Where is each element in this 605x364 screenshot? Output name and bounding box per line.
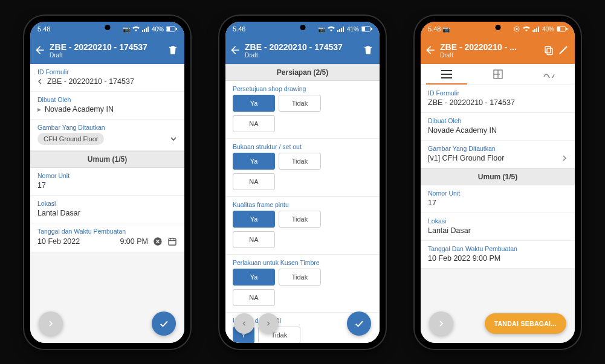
dibuat-value: Novade Academy IN bbox=[428, 126, 568, 135]
svg-rect-5 bbox=[167, 27, 170, 31]
tab-signature[interactable] bbox=[523, 64, 575, 85]
section-persiapan: Persiapan (2/5) bbox=[225, 64, 380, 81]
svg-rect-14 bbox=[362, 27, 365, 31]
mark-as-button[interactable]: TANDAI SEBAGAI... bbox=[485, 313, 567, 334]
chevron-right-icon[interactable] bbox=[561, 155, 568, 161]
svg-rect-2 bbox=[146, 28, 147, 32]
q2-na[interactable]: NA bbox=[233, 173, 275, 190]
status-time: 5.48 📷 bbox=[428, 25, 450, 33]
battery-pct: 41% bbox=[347, 26, 359, 33]
svg-rect-1 bbox=[144, 29, 145, 32]
status-time: 5.48 bbox=[37, 25, 50, 33]
q2-tidak[interactable]: Tidak bbox=[279, 153, 321, 170]
content-area: Persiapan (2/5) Persetujuan shop drawing… bbox=[225, 64, 380, 343]
confirm-fab[interactable] bbox=[152, 311, 176, 336]
q4-tidak[interactable]: Tidak bbox=[279, 269, 321, 286]
battery-pct: 40% bbox=[542, 26, 554, 33]
delete-icon[interactable] bbox=[363, 45, 374, 56]
confirm-fab[interactable] bbox=[347, 311, 371, 336]
q4-label: Perlakuan untuk Kusen Timbre bbox=[225, 255, 380, 269]
settings-status-icon bbox=[513, 26, 520, 32]
delete-icon[interactable] bbox=[167, 45, 178, 56]
q3-na[interactable]: NA bbox=[233, 231, 275, 248]
tanggal-value: 10 Feb 2022 9:00 PM bbox=[428, 254, 568, 263]
camera-status-icon: 📷 bbox=[123, 26, 130, 33]
svg-point-17 bbox=[516, 28, 517, 30]
id-formulir-value: ZBE - 20220210 - 174537 bbox=[428, 98, 568, 107]
svg-rect-21 bbox=[538, 27, 539, 32]
q1-label: Persetujuan shop drawing bbox=[225, 81, 380, 95]
chevron-down-icon[interactable] bbox=[170, 135, 177, 142]
svg-rect-9 bbox=[337, 30, 338, 32]
gambar-label: Gambar Yang Ditautkan bbox=[428, 145, 568, 152]
id-formulir-value: ZBE - 20220210 - 174537 bbox=[47, 77, 134, 86]
svg-rect-24 bbox=[566, 28, 568, 30]
svg-rect-19 bbox=[534, 29, 535, 32]
page-subtitle: Draft bbox=[245, 52, 359, 59]
status-right: 40% bbox=[513, 26, 568, 33]
svg-rect-25 bbox=[545, 46, 551, 53]
svg-rect-0 bbox=[142, 30, 143, 32]
tab-list[interactable] bbox=[421, 64, 472, 85]
page-title: ZBE - 20220210 - ... bbox=[440, 42, 540, 52]
app-bar: ZBE - 20220210 - 174537 Draft bbox=[225, 36, 380, 64]
battery-icon bbox=[166, 26, 177, 32]
q3-ya[interactable]: Ya bbox=[233, 211, 275, 228]
lokasi-label: Lokasi bbox=[37, 200, 177, 207]
battery-icon bbox=[361, 26, 372, 32]
q4-na[interactable]: NA bbox=[233, 289, 275, 306]
calendar-icon[interactable] bbox=[167, 237, 177, 246]
nomor-unit-value[interactable]: 17 bbox=[37, 181, 177, 190]
tanggal-label: Tanggal Dan Waktu Pembuatan bbox=[428, 245, 568, 252]
prev-fab[interactable] bbox=[429, 311, 453, 336]
prev-fab[interactable] bbox=[39, 311, 63, 336]
dibuat-label: Dibuat Oleh bbox=[37, 96, 177, 103]
tanggal-label: Tanggal dan Waktu Pembuatan bbox=[37, 228, 177, 235]
battery-pct: 40% bbox=[152, 26, 164, 33]
back-icon[interactable] bbox=[34, 44, 46, 56]
wifi-icon bbox=[523, 26, 530, 32]
next-section-fab[interactable] bbox=[258, 313, 279, 334]
prev-section-fab[interactable] bbox=[234, 313, 254, 334]
gambar-chip[interactable]: CFH Ground Floor bbox=[37, 133, 104, 145]
q4-ya[interactable]: Ya bbox=[233, 269, 275, 286]
q3-tidak[interactable]: Tidak bbox=[279, 211, 321, 228]
lokasi-label: Lokasi bbox=[428, 217, 568, 225]
svg-rect-23 bbox=[557, 27, 560, 31]
svg-rect-15 bbox=[371, 28, 372, 30]
signal-icon bbox=[532, 26, 540, 32]
tabs bbox=[421, 64, 575, 85]
q1-ya[interactable]: Ya bbox=[233, 95, 275, 112]
page-subtitle: Draft bbox=[440, 52, 540, 59]
chevron-left-icon bbox=[37, 78, 44, 85]
tanggal-time[interactable]: 9:00 PM bbox=[120, 237, 148, 246]
edit-icon[interactable] bbox=[558, 45, 569, 56]
tanggal-date[interactable]: 10 Feb 2022 bbox=[37, 237, 80, 246]
gambar-value[interactable]: [v1] CFH Ground Floor bbox=[428, 154, 504, 162]
back-icon[interactable] bbox=[229, 44, 241, 56]
back-icon[interactable] bbox=[424, 44, 436, 56]
svg-rect-10 bbox=[339, 29, 340, 32]
copy-icon[interactable] bbox=[543, 45, 554, 56]
q1-na[interactable]: NA bbox=[233, 115, 275, 132]
tab-floorplan[interactable] bbox=[472, 64, 523, 85]
gambar-label: Gambar Yang Ditautkan bbox=[37, 124, 177, 131]
dibuat-label: Dibuat Oleh bbox=[428, 117, 568, 124]
camera-status-icon: 📷 bbox=[442, 26, 450, 33]
page-title: ZBE - 20220210 - 174537 bbox=[245, 42, 359, 52]
app-bar: ZBE - 20220210 - ... Draft bbox=[421, 36, 575, 64]
id-formulir-label: ID Formulir bbox=[428, 89, 568, 97]
lokasi-value[interactable]: Lantai Dasar bbox=[37, 209, 177, 217]
svg-rect-3 bbox=[147, 27, 149, 32]
svg-rect-11 bbox=[341, 28, 342, 32]
q2-ya[interactable]: Ya bbox=[233, 153, 275, 170]
q1-tidak[interactable]: Tidak bbox=[279, 95, 321, 112]
nomor-unit-value: 17 bbox=[428, 199, 568, 207]
status-right: 📷 41% bbox=[318, 26, 372, 33]
clear-icon[interactable] bbox=[153, 237, 163, 246]
content-area: ID Formulir ZBE - 20220210 - 174537 Dibu… bbox=[421, 85, 575, 343]
svg-rect-18 bbox=[532, 30, 534, 32]
camera-status-icon: 📷 bbox=[318, 26, 325, 33]
battery-icon bbox=[557, 26, 568, 32]
section-umum: Umum (1/5) bbox=[30, 151, 184, 168]
